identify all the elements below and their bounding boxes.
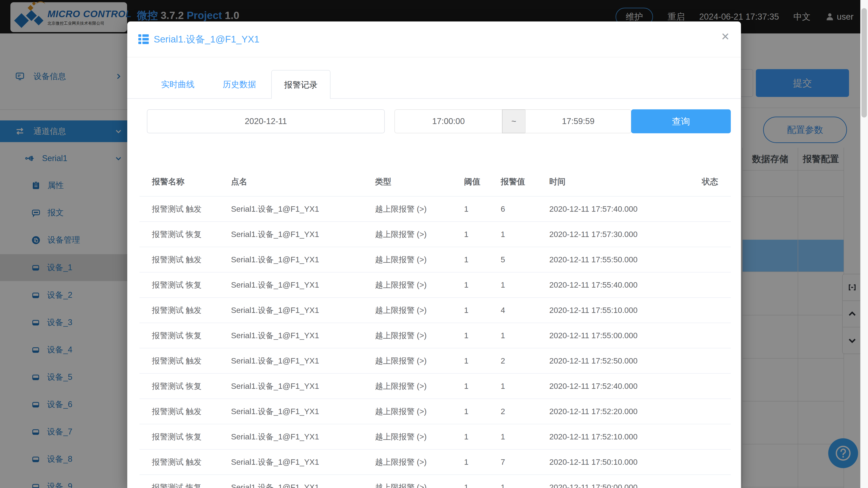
cell-threshold: 1	[464, 483, 501, 488]
scrollbar-thumb[interactable]	[862, 8, 867, 118]
cell-point-name: Serial1.设备_1@F1_YX1	[231, 254, 375, 265]
cell-alarm-name: 报警测试 触发	[140, 406, 231, 417]
cell-type: 越上限报警 (>)	[375, 482, 464, 488]
cell-threshold: 1	[464, 382, 501, 391]
start-time-input[interactable]: 17:00:00	[395, 109, 502, 133]
cell-type: 越上限报警 (>)	[375, 356, 464, 366]
dialog-header-divider	[127, 57, 741, 57]
cell-time: 2020-12-11 17:52:40.000	[549, 382, 702, 391]
cell-time: 2020-12-11 17:57:30.000	[549, 230, 702, 239]
table-row: 报警测试 触发 Serial1.设备_1@F1_YX1 越上限报警 (>) 1 …	[140, 450, 731, 475]
cell-threshold: 1	[464, 204, 501, 214]
cell-time: 2020-12-11 17:55:40.000	[549, 281, 702, 289]
cell-point-name: Serial1.设备_1@F1_YX1	[231, 381, 375, 392]
cell-type: 越上限报警 (>)	[375, 229, 464, 240]
time-range-separator: ~	[502, 109, 526, 133]
cell-threshold: 1	[464, 281, 501, 289]
cell-alarm-value: 7	[501, 457, 549, 466]
cell-threshold: 1	[464, 230, 501, 239]
dialog-tabs: 实时曲线 历史数据 报警记录	[127, 70, 741, 99]
cell-alarm-value: 4	[501, 306, 549, 315]
table-row: 报警测试 触发 Serial1.设备_1@F1_YX1 越上限报警 (>) 1 …	[140, 197, 731, 222]
cell-time: 2020-12-11 17:55:50.000	[549, 255, 702, 264]
tab-realtime-curve[interactable]: 实时曲线	[158, 70, 197, 99]
dialog-title: Serial1.设备_1@F1_YX1	[154, 33, 259, 46]
end-time-input[interactable]: 17:59:59	[525, 109, 631, 133]
col-header-alarm-name: 报警名称	[140, 176, 231, 187]
col-header-point-name: 点名	[231, 176, 375, 187]
tabs-bottom-border	[127, 98, 741, 99]
cell-threshold: 1	[464, 432, 501, 441]
cell-time: 2020-12-11 17:50:10.000	[549, 457, 702, 466]
cell-time: 2020-12-11 17:57:40.000	[549, 204, 702, 214]
cell-alarm-name: 报警测试 触发	[140, 204, 231, 215]
cell-alarm-name: 报警测试 恢复	[140, 431, 231, 442]
table-row: 报警测试 触发 Serial1.设备_1@F1_YX1 越上限报警 (>) 1 …	[140, 348, 731, 374]
cell-alarm-value: 1	[501, 382, 549, 391]
cell-threshold: 1	[464, 457, 501, 466]
cell-type: 越上限报警 (>)	[375, 204, 464, 215]
alarm-table-body: 报警测试 触发 Serial1.设备_1@F1_YX1 越上限报警 (>) 1 …	[140, 197, 731, 488]
cell-alarm-value: 1	[501, 331, 549, 340]
cell-alarm-name: 报警测试 恢复	[140, 280, 231, 290]
cell-threshold: 1	[464, 331, 501, 340]
cell-alarm-name: 报警测试 触发	[140, 305, 231, 316]
cell-point-name: Serial1.设备_1@F1_YX1	[231, 280, 375, 290]
col-header-threshold: 阈值	[464, 176, 501, 187]
cell-alarm-value: 1	[501, 483, 549, 488]
table-row: 报警测试 恢复 Serial1.设备_1@F1_YX1 越上限报警 (>) 1 …	[140, 222, 731, 247]
table-row: 报警测试 触发 Serial1.设备_1@F1_YX1 越上限报警 (>) 1 …	[140, 399, 731, 424]
cell-time: 2020-12-11 17:52:10.000	[549, 432, 702, 441]
cell-time: 2020-12-11 17:52:50.000	[549, 356, 702, 365]
cell-time: 2020-12-11 17:55:00.000	[549, 331, 702, 340]
tab-history-data[interactable]: 历史数据	[220, 70, 259, 99]
cell-alarm-name: 报警测试 恢复	[140, 330, 231, 341]
cell-point-name: Serial1.设备_1@F1_YX1	[231, 482, 375, 488]
cell-point-name: Serial1.设备_1@F1_YX1	[231, 330, 375, 341]
cell-alarm-value: 5	[501, 255, 549, 264]
cell-alarm-name: 报警测试 恢复	[140, 229, 231, 240]
tab-alarm-record[interactable]: 报警记录	[271, 70, 331, 99]
list-grid-icon	[138, 34, 149, 45]
cell-time: 2020-12-11 17:55:10.000	[549, 306, 702, 315]
query-filter-bar: 2020-12-11 17:00:00 ~ 17:59:59 查询	[127, 109, 741, 133]
cell-alarm-value: 2	[501, 356, 549, 365]
cell-threshold: 1	[464, 306, 501, 315]
cell-type: 越上限报警 (>)	[375, 457, 464, 467]
cell-point-name: Serial1.设备_1@F1_YX1	[231, 431, 375, 442]
cell-alarm-name: 报警测试 恢复	[140, 381, 231, 392]
cell-type: 越上限报警 (>)	[375, 406, 464, 417]
cell-type: 越上限报警 (>)	[375, 381, 464, 392]
cell-alarm-name: 报警测试 触发	[140, 254, 231, 265]
table-row: 报警测试 恢复 Serial1.设备_1@F1_YX1 越上限报警 (>) 1 …	[140, 272, 731, 298]
alarm-table-header: 报警名称 点名 类型 阈值 报警值 时间 状态	[140, 167, 731, 197]
page-scrollbar[interactable]	[860, 0, 868, 488]
cell-type: 越上限报警 (>)	[375, 431, 464, 442]
cell-threshold: 1	[464, 255, 501, 264]
cell-type: 越上限报警 (>)	[375, 330, 464, 341]
query-button[interactable]: 查询	[631, 109, 731, 133]
cell-point-name: Serial1.设备_1@F1_YX1	[231, 457, 375, 467]
table-row: 报警测试 恢复 Serial1.设备_1@F1_YX1 越上限报警 (>) 1 …	[140, 323, 731, 348]
date-input[interactable]: 2020-12-11	[147, 109, 385, 133]
cell-type: 越上限报警 (>)	[375, 280, 464, 290]
table-row: 报警测试 恢复 Serial1.设备_1@F1_YX1 越上限报警 (>) 1 …	[140, 424, 731, 450]
cell-time: 2020-12-11 17:50:00.000	[549, 483, 702, 488]
table-row: 报警测试 触发 Serial1.设备_1@F1_YX1 越上限报警 (>) 1 …	[140, 298, 731, 323]
cell-point-name: Serial1.设备_1@F1_YX1	[231, 204, 375, 215]
cell-type: 越上限报警 (>)	[375, 254, 464, 265]
cell-alarm-value: 2	[501, 407, 549, 416]
cell-alarm-value: 1	[501, 230, 549, 239]
cell-point-name: Serial1.设备_1@F1_YX1	[231, 406, 375, 417]
col-header-status: 状态	[702, 176, 731, 187]
cell-alarm-value: 6	[501, 204, 549, 214]
close-icon[interactable]: ✕	[721, 31, 730, 42]
table-row: 报警测试 触发 Serial1.设备_1@F1_YX1 越上限报警 (>) 1 …	[140, 247, 731, 272]
cell-time: 2020-12-11 17:52:20.000	[549, 407, 702, 416]
cell-alarm-value: 1	[501, 281, 549, 289]
cell-threshold: 1	[464, 356, 501, 365]
alarm-record-dialog: Serial1.设备_1@F1_YX1 ✕ 实时曲线 历史数据 报警记录 202…	[127, 22, 741, 488]
cell-alarm-name: 报警测试 触发	[140, 457, 231, 467]
cell-alarm-value: 1	[501, 432, 549, 441]
col-header-time: 时间	[549, 176, 702, 187]
